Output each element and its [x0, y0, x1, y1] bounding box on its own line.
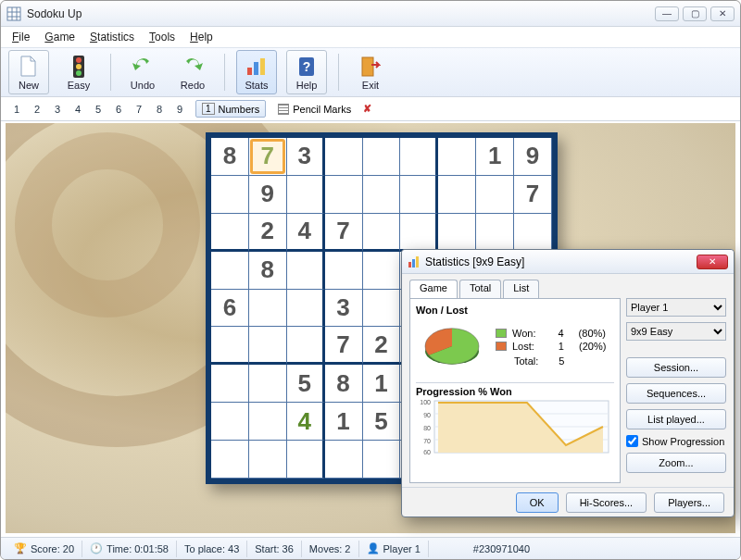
cell-0-5[interactable]	[400, 138, 438, 176]
cell-2-1[interactable]: 2	[249, 214, 287, 252]
tab-game[interactable]: Game	[409, 280, 458, 298]
cell-5-0[interactable]	[211, 327, 249, 365]
stats-button[interactable]: Stats	[236, 50, 277, 94]
cell-7-2[interactable]: 4	[287, 403, 325, 441]
cell-6-2[interactable]: 5	[287, 365, 325, 403]
cell-5-3[interactable]: 7	[325, 327, 363, 365]
menu-file[interactable]: File	[5, 29, 37, 45]
cell-0-0[interactable]: 8	[211, 138, 249, 176]
tab-list[interactable]: List	[503, 280, 539, 298]
show-progression-checkbox[interactable]: Show Progression	[626, 435, 726, 447]
exit-button[interactable]: Exit	[350, 50, 391, 94]
cell-4-0[interactable]: 6	[211, 290, 249, 328]
difficulty-select[interactable]: 9x9 Easy	[626, 322, 726, 341]
digit-2[interactable]: 2	[27, 100, 47, 118]
cell-2-0[interactable]	[211, 214, 249, 252]
cell-0-2[interactable]: 3	[287, 138, 325, 176]
cell-7-4[interactable]: 5	[363, 403, 401, 441]
players-button[interactable]: Players...	[654, 492, 724, 513]
digit-4[interactable]: 4	[68, 100, 88, 118]
cell-2-3[interactable]: 7	[325, 214, 363, 252]
undo-button[interactable]: Undo	[122, 50, 163, 94]
close-button[interactable]: ✕	[710, 6, 735, 21]
cell-8-2[interactable]	[287, 441, 325, 479]
cell-2-6[interactable]	[438, 214, 476, 252]
help-button[interactable]: ? Help	[286, 50, 327, 94]
cell-1-2[interactable]	[287, 176, 325, 214]
cell-2-7[interactable]	[476, 214, 514, 252]
cell-7-1[interactable]	[249, 403, 287, 441]
cell-1-0[interactable]	[211, 176, 249, 214]
cell-5-1[interactable]	[249, 327, 287, 365]
cell-3-3[interactable]	[325, 252, 363, 290]
cell-1-5[interactable]	[400, 176, 438, 214]
session-button[interactable]: Session...	[626, 357, 726, 378]
cell-2-5[interactable]	[400, 214, 438, 252]
digit-7[interactable]: 7	[129, 100, 149, 118]
cell-4-2[interactable]	[287, 290, 325, 328]
list-played-button[interactable]: List played...	[626, 409, 726, 429]
cell-0-6[interactable]	[438, 138, 476, 176]
pencil-icon	[278, 104, 289, 115]
digit-6[interactable]: 6	[108, 100, 129, 118]
cell-6-4[interactable]: 1	[363, 365, 401, 403]
cell-2-4[interactable]	[363, 214, 401, 252]
cell-5-4[interactable]: 2	[363, 327, 401, 365]
dialog-titlebar[interactable]: Statistics [9x9 Easy] ✕	[402, 250, 734, 274]
cell-3-1[interactable]: 8	[249, 252, 287, 290]
pencil-mode-button[interactable]: Pencil Marks	[271, 101, 358, 118]
digit-8[interactable]: 8	[149, 100, 170, 118]
cell-1-1[interactable]: 9	[249, 176, 287, 214]
maximize-button[interactable]: ▢	[683, 6, 707, 21]
menu-game[interactable]: Game	[37, 29, 82, 45]
cell-0-4[interactable]	[363, 138, 401, 176]
digit-1[interactable]: 1	[6, 100, 27, 118]
cell-8-3[interactable]	[325, 441, 363, 479]
menu-statistics[interactable]: Statistics	[82, 29, 142, 45]
cell-0-3[interactable]	[325, 138, 363, 176]
redo-button[interactable]: Redo	[172, 50, 213, 94]
cell-2-2[interactable]: 4	[287, 214, 325, 252]
cell-6-0[interactable]	[211, 365, 249, 403]
cell-1-4[interactable]	[363, 176, 401, 214]
new-button[interactable]: New	[8, 50, 49, 94]
clear-icon[interactable]: ✘	[363, 103, 371, 115]
cell-3-0[interactable]	[211, 252, 249, 290]
cell-7-0[interactable]	[211, 403, 249, 441]
numbers-mode-button[interactable]: 1 Numbers	[195, 100, 266, 118]
cell-0-7[interactable]: 1	[476, 138, 514, 176]
cell-4-3[interactable]: 3	[325, 290, 363, 328]
cell-6-1[interactable]	[249, 365, 287, 403]
easy-button[interactable]: Easy	[58, 50, 99, 94]
cell-4-4[interactable]	[363, 290, 401, 328]
cell-1-3[interactable]	[325, 176, 363, 214]
minimize-button[interactable]: —	[655, 6, 679, 21]
cell-0-8[interactable]: 9	[514, 138, 552, 176]
digit-9[interactable]: 9	[170, 100, 190, 118]
cell-8-0[interactable]	[211, 441, 249, 479]
sequences-button[interactable]: Sequences...	[626, 383, 726, 404]
cell-2-8[interactable]	[514, 214, 552, 252]
cell-1-7[interactable]	[476, 176, 514, 214]
cell-8-4[interactable]	[363, 441, 401, 479]
menu-help[interactable]: Help	[182, 29, 220, 45]
hiscores-button[interactable]: Hi-Scores...	[566, 492, 647, 513]
cell-4-1[interactable]	[249, 290, 287, 328]
digit-3[interactable]: 3	[47, 100, 68, 118]
cell-0-1[interactable]: 7	[249, 138, 287, 176]
cell-3-4[interactable]	[363, 252, 401, 290]
zoom-button[interactable]: Zoom...	[626, 453, 726, 473]
dialog-close-button[interactable]: ✕	[697, 255, 728, 269]
cell-7-3[interactable]: 1	[325, 403, 363, 441]
cell-3-2[interactable]	[287, 252, 325, 290]
cell-1-8[interactable]: 7	[514, 176, 552, 214]
player-select[interactable]: Player 1	[626, 298, 726, 317]
cell-8-1[interactable]	[249, 441, 287, 479]
tab-total[interactable]: Total	[459, 280, 501, 298]
cell-5-2[interactable]	[287, 327, 325, 365]
digit-5[interactable]: 5	[88, 100, 108, 118]
cell-1-6[interactable]	[438, 176, 476, 214]
menu-tools[interactable]: Tools	[142, 29, 182, 45]
ok-button[interactable]: OK	[516, 492, 559, 513]
cell-6-3[interactable]: 8	[325, 365, 363, 403]
